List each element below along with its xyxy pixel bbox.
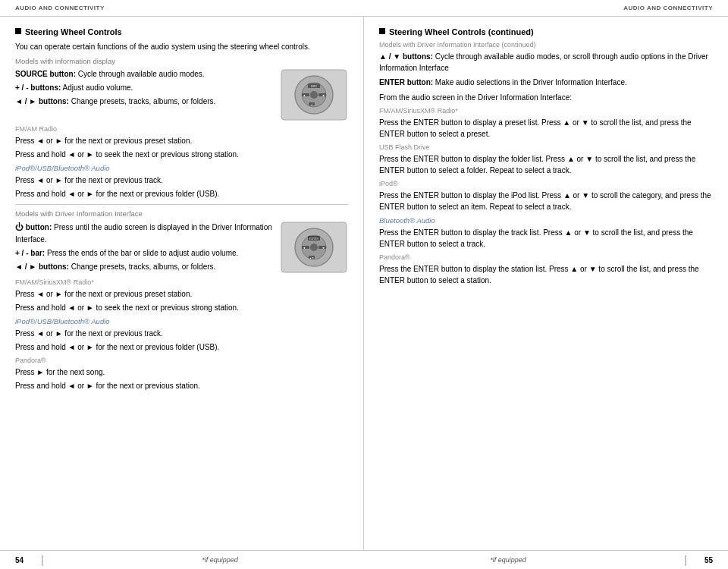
right-bullet-icon: [379, 28, 385, 34]
pipe-left: |: [41, 554, 44, 566]
updown-line: ▲ / ▼ buttons: Cycle through available a…: [379, 51, 713, 74]
right-pandora-text: Press the ENTER button to display the st…: [379, 263, 713, 286]
pandora-heading: Pandora®: [15, 357, 348, 364]
section-divider-1: [15, 204, 348, 205]
footer-left: 54 |: [15, 554, 76, 566]
enter-label: ENTER button:: [379, 78, 433, 86]
volume-line: + / - buttons: Adjust audio volume.: [15, 82, 274, 93]
models-driver-info-heading: Models with Driver Information Interface: [15, 209, 348, 218]
fm2-press: Press ◄ or ► for the next or previous pr…: [15, 288, 348, 300]
pandora-press: Press ► for the next song.: [15, 366, 348, 378]
svg-point-3: [310, 91, 318, 99]
bluetooth-audio-heading: Bluetooth® Audio: [379, 216, 713, 225]
ipod2-hold: Press and hold ◄ or ► for the next or pr…: [15, 341, 348, 353]
main-content: Steering Wheel Controls You can operate …: [0, 17, 728, 550]
models-info-display-heading: Models with information display: [15, 57, 348, 65]
ipod2-press: Press ◄ or ► for the next or previous tr…: [15, 328, 348, 339]
bluetooth-text: Press the ENTER button to display the tr…: [379, 227, 713, 250]
svg-text:SRC: SRC: [311, 84, 318, 88]
bar-line: + / - bar: Press the ends of the bar or …: [15, 247, 274, 259]
header-left: AUDIO AND CONNECTIVITY: [15, 5, 105, 11]
ipod2-heading: iPod®/USB/Bluetooth® Audio: [15, 317, 348, 325]
page-container: AUDIO AND CONNECTIVITY AUDIO AND CONNECT…: [0, 0, 728, 569]
source-section: SOURCE button: Cycle through available a…: [15, 68, 348, 121]
left-heading-text: Steering Wheel Controls: [25, 27, 122, 36]
driver-info-section: ⏻ button: Press until the audio screen i…: [15, 221, 348, 275]
right-pandora-heading: Pandora®: [379, 253, 713, 261]
svg-text:◄: ◄: [303, 93, 306, 97]
footer-note-left: *if equipped: [76, 556, 364, 564]
right-fm-sirius-heading: FM/AM/SiriusXM® Radio*: [379, 107, 713, 115]
bar-label: + / - bar:: [15, 249, 45, 257]
fm-hold: Press and hold ◄ or ► to seek the next o…: [15, 149, 348, 160]
right-heading-text: Steering Wheel Controls (continued): [389, 27, 534, 36]
skip2-line: ◄ / ► buttons: Change presets, tracks, a…: [15, 261, 274, 272]
usb-text: Press the ENTER button to display the fo…: [379, 153, 713, 176]
power-desc: Press until the audio screen is displaye…: [15, 223, 272, 244]
ipod-press: Press ◄ or ► for the next or previous tr…: [15, 174, 348, 186]
power-button-line: ⏻ button: Press until the audio screen i…: [15, 221, 274, 245]
fm-am-radio-heading: FM/AM Radio: [15, 125, 348, 133]
svg-text:►: ►: [322, 246, 325, 250]
left-section-heading: Steering Wheel Controls: [15, 27, 348, 36]
intro-text: You can operate certain functions of the…: [15, 41, 348, 52]
source-desc: Cycle through available audio modes.: [76, 70, 205, 78]
bar-desc: Press the ends of the bar or slide to ad…: [45, 249, 238, 257]
svg-text:►: ►: [322, 93, 325, 97]
svg-text:ENTER: ENTER: [309, 237, 318, 240]
source-line: SOURCE button: Cycle through available a…: [15, 68, 274, 80]
ipod-bluetooth-heading: iPod®/USB/Bluetooth® Audio: [15, 164, 348, 172]
volume-label: + / - buttons:: [15, 83, 61, 92]
updown-label: ▲ / ▼ buttons:: [379, 52, 433, 61]
skip2-label: ◄ / ► buttons:: [15, 262, 69, 271]
right-section-heading: Steering Wheel Controls (continued): [379, 27, 713, 36]
right-ipod-heading: iPod®: [379, 180, 713, 187]
bullet-icon: [15, 28, 21, 34]
svg-text:▲▼: ▲▼: [309, 256, 314, 259]
source-text-block: SOURCE button: Cycle through available a…: [15, 68, 274, 121]
power-icon: ⏻: [15, 222, 24, 231]
skip-label: ◄ / ► buttons:: [15, 97, 69, 105]
models-driver-info-cont-heading: Models with Driver Information Interface…: [379, 41, 713, 49]
fm-sirius-heading: FM/AM/SiriusXM® Radio*: [15, 278, 348, 286]
svg-text:◄: ◄: [303, 246, 306, 250]
right-column: Steering Wheel Controls (continued) Mode…: [364, 17, 728, 550]
right-fm-sirius-text: Press the ENTER button to display a pres…: [379, 117, 713, 140]
header-right: AUDIO AND CONNECTIVITY: [623, 5, 713, 11]
footer-bar: 54 | *if equipped *if equipped | 55: [0, 550, 728, 569]
skip-line: ◄ / ► buttons: Change presets, tracks, a…: [15, 96, 274, 107]
enter-line: ENTER button: Make audio selections in t…: [379, 77, 713, 88]
svg-point-15: [310, 244, 318, 251]
left-column: Steering Wheel Controls You can operate …: [0, 17, 364, 550]
from-audio-screen: From the audio screen in the Driver Info…: [379, 92, 713, 103]
svg-text:+/-: +/-: [310, 103, 313, 106]
footer-note-right: *if equipped: [364, 556, 652, 564]
steering-wheel-svg-2: ◄ ► ENTER ▲▼: [280, 221, 348, 274]
driver-info-text-block: ⏻ button: Press until the audio screen i…: [15, 221, 274, 275]
header-bar: AUDIO AND CONNECTIVITY AUDIO AND CONNECT…: [0, 0, 728, 17]
usb-flash-heading: USB Flash Drive: [379, 143, 713, 151]
fm2-hold: Press and hold ◄ or ► to seek the next o…: [15, 302, 348, 313]
ipod-hold: Press and hold ◄ or ► for the next or pr…: [15, 188, 348, 200]
steering-control-image-2: ◄ ► ENTER ▲▼: [280, 221, 348, 274]
steering-wheel-svg-1: ◄ ► SRC +/-: [280, 68, 348, 121]
footer-right: | 55: [652, 554, 713, 566]
pipe-right: |: [684, 554, 687, 566]
steering-control-image-1: ◄ ► SRC +/-: [280, 68, 348, 121]
right-ipod-text: Press the ENTER button to display the iP…: [379, 190, 713, 212]
page-number-left: 54: [15, 556, 38, 564]
power-label: button:: [26, 223, 52, 231]
source-label: SOURCE button:: [15, 70, 76, 78]
skip2-desc: Change presets, tracks, albums, or folde…: [69, 262, 215, 271]
skip-desc: Change presets, tracks, albums, or folde…: [69, 97, 215, 105]
volume-desc: Adjust audio volume.: [61, 83, 133, 92]
enter-desc: Make audio selections in the Driver Info…: [433, 78, 627, 86]
pandora-hold: Press and hold ◄ or ► for the next or pr…: [15, 380, 348, 391]
fm-press: Press ◄ or ► for the next or previous pr…: [15, 135, 348, 146]
page-number-right: 55: [690, 556, 713, 564]
